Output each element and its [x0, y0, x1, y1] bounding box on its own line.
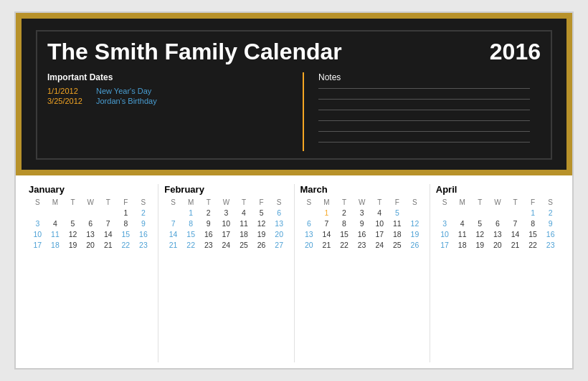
cal-grid: SMTWTFS123456789101112131415161718192021…	[300, 198, 424, 250]
cal-day: 18	[47, 240, 65, 250]
cal-grid: SMTWTFS123456789101112131415161718192021…	[29, 198, 152, 250]
cal-header: M	[47, 198, 65, 207]
cal-day: 9	[541, 218, 559, 228]
cal-day	[99, 208, 117, 218]
cal-day: 17	[29, 240, 47, 250]
cal-header: T	[506, 198, 524, 207]
cal-day: 23	[199, 240, 217, 250]
cal-day: 15	[336, 229, 354, 239]
cal-day: 22	[336, 240, 354, 250]
cal-header: W	[217, 198, 235, 207]
notes-section: Notes	[316, 72, 541, 151]
cal-day: 2	[541, 208, 559, 218]
cal-day: 15	[182, 229, 200, 239]
cal-day: 12	[406, 218, 424, 228]
cal-day: 22	[524, 240, 542, 250]
cal-day: 20	[489, 240, 507, 250]
dates-list: 1/1/2012New Year's Day3/25/2012Jordan's …	[47, 87, 280, 105]
cal-day: 14	[164, 229, 182, 239]
cal-day: 15	[524, 229, 542, 239]
cal-day: 9	[353, 218, 371, 228]
month-name: March	[300, 184, 424, 195]
cal-day	[300, 208, 318, 218]
cal-day: 19	[406, 229, 424, 239]
cal-day: 2	[135, 208, 153, 218]
cal-header: S	[135, 198, 153, 207]
cal-day: 23	[353, 240, 371, 250]
month-calendar: AprilSMTWTFS1234567891011121314151617181…	[430, 184, 565, 362]
cal-day: 4	[235, 208, 253, 218]
cal-day: 13	[82, 229, 100, 239]
important-dates-title: Important Dates	[47, 72, 280, 82]
date-label: New Year's Day	[96, 87, 151, 95]
cal-header: F	[524, 198, 542, 207]
cal-day: 16	[541, 229, 559, 239]
month-name: February	[164, 184, 288, 195]
cal-day: 4	[371, 208, 389, 218]
date-label: Jordan's Birthday	[96, 97, 157, 105]
note-lines	[318, 88, 541, 143]
cal-day: 9	[199, 218, 217, 228]
cal-day: 13	[270, 218, 288, 228]
cal-day: 18	[453, 240, 471, 250]
cal-day: 10	[217, 218, 235, 228]
cal-day: 7	[164, 218, 182, 228]
cal-day: 9	[135, 218, 153, 228]
calendar-year: 2016	[490, 39, 541, 65]
vertical-divider	[303, 72, 304, 151]
cal-day: 1	[318, 208, 336, 218]
cal-day	[506, 208, 524, 218]
cal-day: 12	[471, 229, 489, 239]
cal-day: 12	[252, 218, 270, 228]
cal-day: 4	[453, 218, 471, 228]
cal-day: 24	[217, 240, 235, 250]
cal-day: 16	[199, 229, 217, 239]
note-line-5	[318, 131, 530, 132]
cal-day	[471, 208, 489, 218]
month-name: April	[436, 184, 559, 195]
cal-day: 18	[389, 229, 407, 239]
cal-day	[164, 208, 182, 218]
cal-day	[436, 208, 454, 218]
cal-header: W	[489, 198, 507, 207]
cal-day: 26	[406, 240, 424, 250]
cal-header: S	[270, 198, 288, 207]
cal-day: 14	[318, 229, 336, 239]
month-calendar: MarchSMTWTFS1234567891011121314151617181…	[295, 184, 430, 362]
cal-day: 11	[235, 218, 253, 228]
cal-day: 23	[135, 240, 153, 250]
calendar-title: The Smith Family Calendar	[47, 39, 342, 65]
cal-day	[29, 208, 47, 218]
cal-header: W	[82, 198, 100, 207]
cal-day: 21	[99, 240, 117, 250]
cal-day: 5	[471, 218, 489, 228]
cal-day: 16	[353, 229, 371, 239]
cal-day: 11	[389, 218, 407, 228]
cal-day: 10	[29, 229, 47, 239]
cal-day: 7	[99, 218, 117, 228]
cal-day: 24	[371, 240, 389, 250]
cal-header: F	[117, 198, 135, 207]
chalkboard-inner: The Smith Family Calendar 2016 Important…	[36, 30, 552, 160]
cal-day: 20	[300, 240, 318, 250]
cal-day: 6	[270, 208, 288, 218]
cal-day: 15	[117, 229, 135, 239]
cal-day: 23	[541, 240, 559, 250]
cal-grid: SMTWTFS123456789101112131415161718192021…	[164, 198, 288, 250]
cal-day: 14	[506, 229, 524, 239]
cal-day: 27	[270, 240, 288, 250]
cal-day: 5	[252, 208, 270, 218]
cal-day: 11	[453, 229, 471, 239]
cal-day: 8	[336, 218, 354, 228]
cal-day: 12	[64, 229, 82, 239]
cal-header: T	[199, 198, 217, 207]
cal-day	[489, 208, 507, 218]
cal-day: 10	[371, 218, 389, 228]
cal-header: W	[353, 198, 371, 207]
cal-day: 19	[471, 240, 489, 250]
note-line-4	[318, 120, 530, 121]
cal-day: 19	[64, 240, 82, 250]
cal-day: 8	[524, 218, 542, 228]
cal-day: 18	[235, 229, 253, 239]
cal-day: 25	[389, 240, 407, 250]
